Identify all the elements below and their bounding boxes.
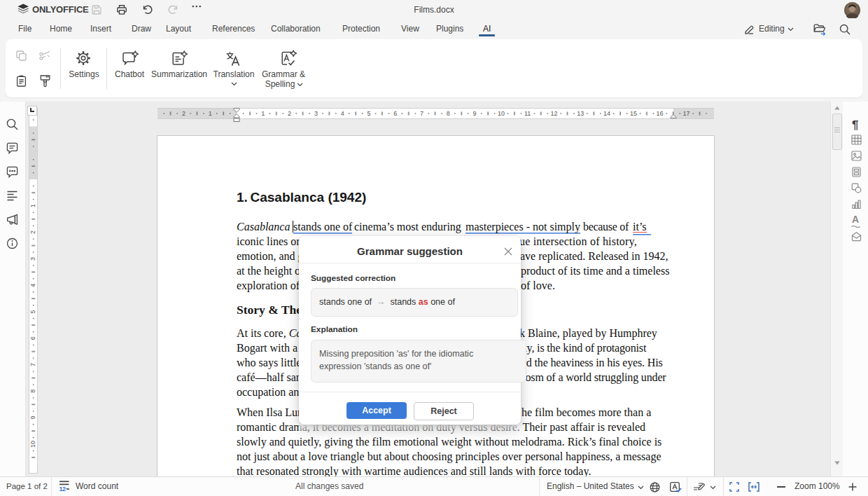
svg-text:16: 16 — [657, 110, 664, 117]
svg-text:4: 4 — [341, 110, 344, 117]
svg-text:1: 1 — [261, 110, 265, 117]
svg-text:5: 5 — [29, 310, 36, 313]
svg-text:5: 5 — [367, 110, 370, 117]
svg-text:7: 7 — [420, 110, 424, 117]
svg-text:15: 15 — [630, 110, 637, 117]
svg-text:11: 11 — [524, 110, 531, 117]
svg-text:17: 17 — [682, 110, 690, 117]
svg-text:10: 10 — [29, 441, 36, 448]
svg-text:7: 7 — [29, 363, 36, 366]
svg-text:4: 4 — [29, 284, 36, 287]
svg-text:2: 2 — [29, 230, 36, 234]
svg-text:8: 8 — [29, 390, 36, 393]
svg-text:6: 6 — [29, 336, 36, 340]
svg-text:9: 9 — [29, 416, 36, 420]
svg-text:10: 10 — [498, 110, 505, 117]
svg-text:1: 1 — [209, 110, 212, 117]
svg-text:3: 3 — [314, 110, 318, 117]
svg-text:1: 1 — [29, 204, 36, 207]
svg-text:2: 2 — [182, 110, 186, 117]
svg-text:13: 13 — [577, 110, 584, 117]
svg-text:8: 8 — [447, 110, 450, 117]
svg-text:14: 14 — [603, 110, 610, 117]
svg-text:12: 12 — [59, 485, 66, 492]
svg-text:9: 9 — [473, 110, 477, 117]
svg-text:3: 3 — [29, 257, 36, 261]
svg-text:2: 2 — [288, 110, 291, 117]
svg-text:12: 12 — [550, 110, 557, 117]
svg-text:6: 6 — [393, 110, 397, 117]
